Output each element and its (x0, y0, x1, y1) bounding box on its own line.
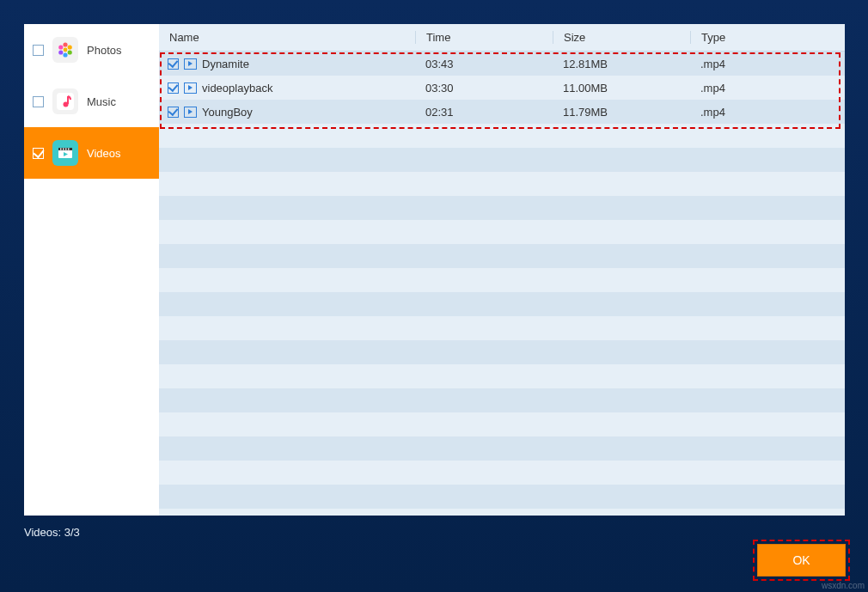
videos-icon (52, 140, 78, 166)
file-size: 12.81MB (553, 58, 690, 70)
svg-rect-12 (63, 149, 64, 150)
file-name: YoungBoy (202, 106, 253, 119)
video-file-icon (184, 107, 197, 118)
sidebar-item-label: Music (87, 95, 116, 108)
column-size[interactable]: Size (553, 31, 690, 44)
file-time: 03:43 (415, 58, 553, 70)
file-time: 02:31 (415, 106, 553, 119)
status-text: Videos: 3/3 (24, 526, 80, 539)
file-size: 11.00MB (553, 82, 690, 95)
music-icon (52, 88, 78, 114)
column-name[interactable]: Name (159, 31, 415, 44)
svg-point-4 (63, 52, 67, 57)
table-row (159, 124, 845, 148)
file-type: .mp4 (690, 82, 845, 95)
svg-rect-7 (57, 93, 74, 110)
row-checkbox[interactable] (168, 82, 179, 94)
table-row[interactable]: videoplayback03:3011.00MB.mp4 (159, 76, 845, 100)
table-row[interactable]: Dynamite03:4312.81MB.mp4 (159, 52, 845, 76)
column-type[interactable]: Type (690, 31, 845, 44)
sidebar-item-label: Photos (87, 44, 121, 57)
ok-button[interactable]: OK (757, 544, 846, 577)
table-row (159, 388, 845, 412)
table-row (159, 172, 845, 196)
file-time: 03:30 (415, 82, 553, 95)
column-time[interactable]: Time (415, 31, 553, 44)
checkbox-photos[interactable] (33, 45, 44, 56)
row-checkbox[interactable] (168, 107, 179, 118)
sidebar-item-photos[interactable]: Photos (24, 24, 159, 76)
table-row (159, 268, 845, 292)
file-name: Dynamite (202, 58, 249, 70)
main-panel: Photos Music Videos Name Time Size Type … (24, 24, 845, 516)
video-file-icon (184, 82, 197, 94)
svg-rect-13 (65, 149, 67, 150)
sidebar: Photos Music Videos (24, 24, 159, 516)
table-row (159, 244, 845, 268)
table-row (159, 340, 845, 364)
file-list: Name Time Size Type Dynamite03:4312.81MB… (159, 24, 845, 516)
svg-point-6 (58, 45, 63, 49)
table-row (159, 196, 845, 220)
svg-rect-11 (60, 149, 62, 150)
table-row (159, 412, 845, 436)
photos-icon (52, 37, 78, 63)
sidebar-item-label: Videos (87, 147, 121, 160)
row-checkbox[interactable] (168, 58, 179, 70)
svg-point-8 (64, 102, 69, 107)
table-body: Dynamite03:4312.81MB.mp4videoplayback03:… (159, 52, 845, 516)
svg-point-2 (68, 45, 72, 49)
file-size: 11.79MB (553, 106, 690, 119)
table-row[interactable]: YoungBoy02:3111.79MB.mp4 (159, 100, 845, 124)
table-row (159, 148, 845, 172)
sidebar-item-music[interactable]: Music (24, 76, 159, 127)
table-row (159, 316, 845, 340)
svg-point-5 (58, 50, 63, 54)
table-row (159, 220, 845, 244)
file-name: videoplayback (202, 82, 272, 95)
sidebar-item-videos[interactable]: Videos (24, 127, 159, 179)
checkbox-music[interactable] (33, 96, 44, 107)
table-row (159, 292, 845, 316)
table-header: Name Time Size Type (159, 24, 845, 52)
file-type: .mp4 (690, 106, 845, 119)
table-row (159, 364, 845, 388)
watermark: wsxdn.com (822, 581, 865, 590)
table-row (159, 461, 845, 485)
table-row (159, 436, 845, 461)
file-type: .mp4 (690, 58, 845, 70)
checkbox-videos[interactable] (33, 148, 44, 159)
svg-point-1 (63, 42, 67, 46)
svg-point-3 (68, 50, 72, 54)
table-row (159, 485, 845, 509)
svg-rect-14 (68, 149, 70, 150)
video-file-icon (184, 58, 197, 70)
svg-point-0 (64, 48, 68, 52)
